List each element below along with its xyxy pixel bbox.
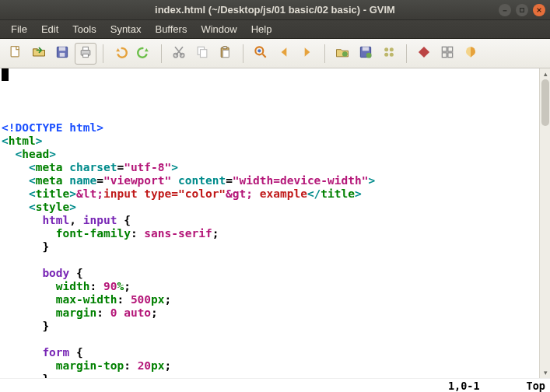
code-line: body { [2,267,539,280]
svg-rect-30 [448,47,453,51]
svg-rect-29 [442,47,447,51]
code-editor[interactable]: <!DOCTYPE html><html> <head> <meta chars… [0,68,539,378]
code-line: <meta charset="utf-8"> [2,161,539,174]
find-next-button[interactable] [296,43,318,65]
menubar: FileEditToolsSyntaxBuffersWindowHelp [0,20,550,39]
tags-icon [440,44,455,62]
make-icon [416,44,432,62]
code-line: <head> [2,148,539,161]
help-icon [463,44,478,62]
code-line: margin: 0 auto; [2,306,539,320]
code-line: } [2,373,539,378]
tags-button[interactable] [436,43,458,65]
redo-button[interactable] [133,43,155,65]
code-line: form { [2,346,539,359]
new-file-button[interactable] [5,43,26,65]
copy-button[interactable] [191,43,213,65]
code-line: <title>&lt;input type="color"&gt; exampl… [2,187,539,201]
redo-icon [136,44,152,62]
window-title: index.html (~/Desktop/js/01 basic/02 bas… [155,4,395,16]
cut-icon [171,44,187,62]
scroll-down-arrow[interactable]: ▾ [541,368,549,377]
help-button[interactable] [460,43,482,65]
save-file-icon [54,44,70,62]
code-line: margin-top: 20px; [2,359,539,373]
code-line: <meta name="viewport" content="width=dev… [2,174,539,187]
menu-help[interactable]: Help [245,21,279,37]
code-line: font-family: sans-serif; [2,227,539,240]
svg-point-26 [384,53,388,57]
window-controls [499,4,545,16]
undo-button[interactable] [110,43,131,65]
code-line: width: 90%; [2,280,539,293]
run-script-button[interactable] [378,43,400,65]
svg-rect-17 [223,51,229,58]
open-file-button[interactable] [28,43,50,65]
svg-rect-16 [223,47,227,49]
minimize-button[interactable] [499,4,511,16]
svg-point-24 [384,47,388,51]
vertical-scrollbar[interactable]: ▴ ▾ [539,68,550,378]
print-button[interactable] [75,43,96,65]
menu-edit[interactable]: Edit [35,21,65,37]
save-file-button[interactable] [51,43,73,65]
find-prev-icon [276,44,292,62]
svg-rect-6 [59,47,65,51]
save-session-icon [358,44,373,62]
text-cursor [2,68,9,81]
svg-rect-9 [83,47,89,50]
menu-syntax[interactable]: Syntax [104,21,148,37]
svg-rect-10 [83,54,89,58]
svg-rect-31 [442,53,447,58]
close-button[interactable] [533,4,545,16]
menu-window[interactable]: Window [194,21,243,37]
maximize-button[interactable] [516,4,528,16]
svg-rect-32 [448,53,453,58]
toolbar-separator [103,44,103,63]
menu-file[interactable]: File [5,21,33,37]
undo-icon [113,44,128,62]
toolbar [0,39,550,68]
find-replace-icon [253,44,268,62]
code-line [2,333,539,346]
svg-rect-7 [60,53,65,57]
load-session-icon [335,44,350,62]
menu-buffers[interactable]: Buffers [149,21,193,37]
paste-button[interactable] [215,43,236,65]
toolbar-separator [161,44,162,63]
make-button[interactable] [413,43,435,65]
svg-rect-4 [11,47,19,57]
paste-icon [218,44,233,62]
svg-point-27 [390,53,394,57]
code-line: <!DOCTYPE html> [2,121,539,135]
editor-area: <!DOCTYPE html><html> <head> <meta chars… [0,68,550,378]
code-line [2,108,539,121]
svg-rect-28 [419,47,429,58]
find-prev-button[interactable] [273,43,295,65]
scrollbar-thumb[interactable] [541,79,549,126]
scroll-position: Top [527,380,545,392]
statusbar: 1,0-1 Top [0,378,550,392]
svg-rect-1 [520,8,524,12]
scroll-up-arrow[interactable]: ▴ [541,69,549,79]
menu-tools[interactable]: Tools [66,21,102,37]
find-replace-button[interactable] [250,43,271,65]
cursor-position: 1,0-1 [448,380,480,392]
find-next-icon [300,44,315,62]
code-line: <style> [2,201,539,214]
toolbar-separator [406,44,407,63]
code-line [2,254,539,267]
open-file-icon [31,44,47,62]
copy-icon [194,44,210,62]
cut-button[interactable] [168,43,190,65]
save-session-button[interactable] [355,43,377,65]
toolbar-separator [324,44,325,63]
code-line: max-width: 500px; [2,293,539,306]
svg-point-25 [390,47,394,51]
svg-rect-14 [201,50,207,58]
code-line: <html> [2,135,539,148]
svg-point-20 [342,51,348,57]
svg-point-19 [257,49,261,52]
run-script-icon [381,44,397,62]
load-session-button[interactable] [331,43,353,65]
